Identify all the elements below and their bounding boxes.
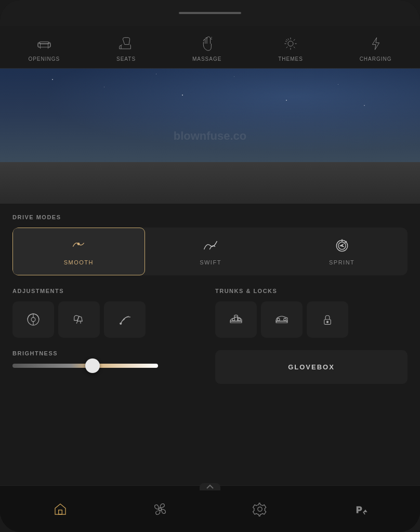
nav-tabs: OPENINGS SEATS [0,26,420,69]
mirror-button[interactable] [58,301,100,338]
adjustments-buttons [12,301,205,338]
bottom-up-indicator[interactable] [200,483,220,490]
top-notch [0,0,420,26]
sun-icon [281,34,300,53]
drive-mode-swift[interactable]: SWIFT [145,228,277,275]
glovebox-button[interactable]: GLOVEBOX [215,350,408,384]
brightness-glovebox-row: BRIGHTNESS GLOVEBOX [12,350,408,384]
front-trunk-button[interactable] [215,301,257,338]
lock-button[interactable] [307,301,348,338]
svg-point-58 [232,318,235,321]
svg-line-15 [294,39,295,41]
smooth-icon [70,237,87,254]
rear-trunk-button[interactable] [261,301,303,338]
hand-icon [198,34,216,53]
svg-line-7 [211,37,212,38]
tab-seats[interactable]: SEATS [110,32,142,64]
tab-openings-label: OPENINGS [28,56,60,62]
phone-frame: OPENINGS SEATS [0,0,420,532]
bottom-nav: P [0,485,420,532]
chevron-up-icon [206,484,214,489]
tab-massage[interactable]: MASSAGE [186,32,228,64]
drive-modes-title: DRIVE MODES [12,214,408,220]
trunk-buttons [215,301,408,338]
sprint-label: SPRINT [329,259,355,265]
drive-mode-smooth[interactable]: SMOOTH [12,228,145,275]
tab-charging[interactable]: CHARGING [353,32,398,64]
two-col-adjustments: ADJUSTMENTS [12,288,408,338]
rear-trunk-icon [274,312,289,327]
brightness-slider[interactable] [12,364,158,368]
swift-label: SWIFT [200,259,221,265]
svg-point-46 [78,243,80,245]
wiper-button[interactable] [104,301,146,338]
steering-icon [26,312,41,327]
settings-icon [252,501,268,517]
svg-line-14 [294,47,295,48]
adjustments-col: ADJUSTMENTS [12,288,205,338]
trunks-col: TRUNKS & LOCKS [215,288,408,338]
sprint-icon [334,237,350,254]
steering-button[interactable] [12,301,54,338]
brightness-thumb[interactable] [85,358,100,373]
svg-point-67 [258,507,262,511]
glovebox-col: GLOVEBOX [215,350,408,384]
svg-line-55 [76,321,77,324]
seat-icon [117,34,136,53]
charging-icon [366,34,385,53]
sofa-icon [35,34,54,53]
car-section: blownfuse.co [0,69,420,204]
brightness-title: BRIGHTNESS [12,350,205,356]
tab-themes[interactable]: THEMES [272,32,309,64]
wiper-icon [117,312,132,327]
tab-openings[interactable]: OPENINGS [22,32,66,64]
front-trunk-icon [229,312,243,327]
svg-text:P: P [356,504,362,514]
parking-icon: P [352,501,368,517]
drive-mode-sprint[interactable]: SPRINT [276,228,408,275]
svg-line-16 [286,47,288,48]
svg-marker-70 [364,510,366,511]
home-icon [52,501,68,517]
svg-line-69 [363,512,365,514]
brightness-slider-container [12,364,205,368]
svg-rect-1 [40,42,49,44]
ground-gradient [0,162,420,204]
svg-line-13 [286,39,288,41]
bottom-nav-home[interactable] [42,497,78,521]
svg-point-57 [120,323,122,324]
svg-point-66 [159,508,162,510]
bottom-nav-climate[interactable] [142,497,178,521]
fan-icon [152,501,168,517]
tab-seats-label: SEATS [116,56,136,62]
adjustments-title: ADJUSTMENTS [12,288,205,294]
trunks-title: TRUNKS & LOCKS [215,288,408,294]
swift-icon [202,237,219,254]
svg-point-60 [277,318,280,321]
bottom-nav-settings[interactable] [242,497,278,521]
brightness-section: BRIGHTNESS [12,350,205,384]
tab-charging-label: CHARGING [360,56,392,62]
bottom-nav-parking[interactable]: P [342,497,378,521]
svg-point-59 [238,318,241,321]
lock-icon [320,312,335,327]
svg-point-61 [284,318,286,321]
stars [0,69,420,147]
content-area: DRIVE MODES SMOOTH SWIFT [0,204,420,485]
notch-bar [179,12,241,14]
tab-themes-label: THEMES [278,56,303,62]
svg-marker-17 [372,37,379,49]
svg-rect-65 [59,510,62,514]
mirror-icon [72,312,86,327]
svg-point-8 [288,41,293,46]
tab-massage-label: MASSAGE [192,56,221,62]
svg-point-52 [31,317,35,322]
drive-modes-container: SMOOTH SWIFT SPRINT [12,228,408,275]
smooth-label: SMOOTH [64,259,94,265]
